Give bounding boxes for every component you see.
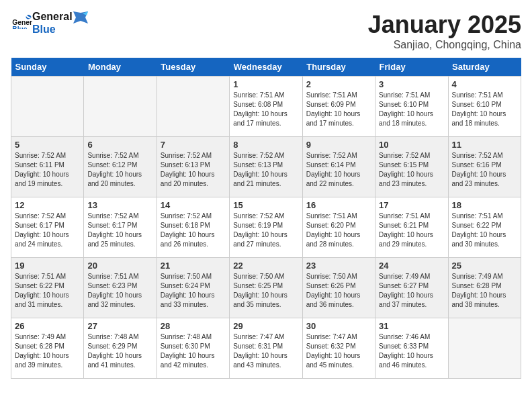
calendar-cell: 19Sunrise: 7:51 AMSunset: 6:22 PMDayligh… bbox=[11, 258, 84, 318]
week-row-2: 5Sunrise: 7:52 AMSunset: 6:11 PMDaylight… bbox=[11, 137, 521, 197]
calendar-cell: 9Sunrise: 7:52 AMSunset: 6:14 PMDaylight… bbox=[302, 137, 375, 197]
calendar-cell: 8Sunrise: 7:52 AMSunset: 6:13 PMDaylight… bbox=[230, 137, 302, 197]
day-number: 5 bbox=[15, 140, 80, 150]
calendar-cell: 10Sunrise: 7:52 AMSunset: 6:15 PMDayligh… bbox=[375, 137, 448, 197]
calendar-subtitle: Sanjiao, Chongqing, China bbox=[368, 39, 521, 51]
day-info: Sunrise: 7:52 AMSunset: 6:17 PMDaylight:… bbox=[15, 212, 80, 249]
weekday-header-wednesday: Wednesday bbox=[230, 58, 302, 77]
day-info: Sunrise: 7:50 AMSunset: 6:24 PMDaylight:… bbox=[161, 272, 226, 310]
calendar-cell: 3Sunrise: 7:51 AMSunset: 6:10 PMDaylight… bbox=[375, 77, 448, 137]
day-info: Sunrise: 7:51 AMSunset: 6:09 PMDaylight:… bbox=[306, 91, 371, 128]
week-row-4: 19Sunrise: 7:51 AMSunset: 6:22 PMDayligh… bbox=[11, 258, 521, 318]
calendar-cell bbox=[448, 318, 521, 379]
day-number: 11 bbox=[452, 140, 517, 150]
day-info: Sunrise: 7:47 AMSunset: 6:31 PMDaylight:… bbox=[233, 332, 298, 370]
calendar-cell bbox=[84, 77, 157, 137]
calendar-cell: 18Sunrise: 7:51 AMSunset: 6:22 PMDayligh… bbox=[448, 197, 521, 258]
day-number: 3 bbox=[379, 79, 444, 89]
day-info: Sunrise: 7:50 AMSunset: 6:26 PMDaylight:… bbox=[306, 272, 371, 310]
calendar-cell: 13Sunrise: 7:52 AMSunset: 6:17 PMDayligh… bbox=[84, 197, 157, 258]
header-row: SundayMondayTuesdayWednesdayThursdayFrid… bbox=[11, 58, 521, 77]
day-info: Sunrise: 7:48 AMSunset: 6:30 PMDaylight:… bbox=[161, 332, 226, 370]
weekday-header-sunday: Sunday bbox=[11, 58, 84, 77]
calendar-cell: 25Sunrise: 7:49 AMSunset: 6:28 PMDayligh… bbox=[448, 258, 521, 318]
weekday-header-saturday: Saturday bbox=[448, 58, 521, 77]
calendar-table: SundayMondayTuesdayWednesdayThursdayFrid… bbox=[11, 58, 521, 379]
day-number: 28 bbox=[161, 321, 226, 331]
calendar-cell: 7Sunrise: 7:52 AMSunset: 6:13 PMDaylight… bbox=[157, 137, 229, 197]
day-info: Sunrise: 7:52 AMSunset: 6:11 PMDaylight:… bbox=[15, 151, 80, 189]
weekday-header-monday: Monday bbox=[84, 58, 157, 77]
day-number: 26 bbox=[15, 321, 80, 331]
day-info: Sunrise: 7:49 AMSunset: 6:28 PMDaylight:… bbox=[15, 332, 80, 370]
calendar-cell: 1Sunrise: 7:51 AMSunset: 6:08 PMDaylight… bbox=[230, 77, 302, 137]
day-info: Sunrise: 7:51 AMSunset: 6:10 PMDaylight:… bbox=[452, 91, 517, 128]
calendar-cell: 17Sunrise: 7:51 AMSunset: 6:21 PMDayligh… bbox=[375, 197, 448, 258]
day-number: 2 bbox=[306, 79, 371, 89]
day-info: Sunrise: 7:52 AMSunset: 6:16 PMDaylight:… bbox=[452, 151, 517, 189]
calendar-cell: 28Sunrise: 7:48 AMSunset: 6:30 PMDayligh… bbox=[157, 318, 229, 379]
week-row-3: 12Sunrise: 7:52 AMSunset: 6:17 PMDayligh… bbox=[11, 197, 521, 258]
day-info: Sunrise: 7:52 AMSunset: 6:13 PMDaylight:… bbox=[161, 151, 226, 189]
calendar-cell: 23Sunrise: 7:50 AMSunset: 6:26 PMDayligh… bbox=[302, 258, 375, 318]
day-info: Sunrise: 7:51 AMSunset: 6:10 PMDaylight:… bbox=[379, 91, 444, 128]
day-number: 4 bbox=[452, 79, 517, 89]
title-block: January 2025 Sanjiao, Chongqing, China bbox=[368, 11, 521, 51]
day-number: 1 bbox=[233, 79, 298, 89]
day-number: 31 bbox=[379, 321, 444, 331]
day-number: 19 bbox=[15, 261, 80, 271]
weekday-header-friday: Friday bbox=[375, 58, 448, 77]
day-number: 27 bbox=[87, 321, 152, 331]
weekday-header-tuesday: Tuesday bbox=[157, 58, 229, 77]
page-header: General Blue General Blue January 2025 S… bbox=[11, 11, 521, 51]
calendar-cell: 29Sunrise: 7:47 AMSunset: 6:31 PMDayligh… bbox=[230, 318, 302, 379]
day-number: 24 bbox=[379, 261, 444, 271]
day-number: 8 bbox=[233, 140, 298, 150]
calendar-title: January 2025 bbox=[368, 11, 521, 39]
day-info: Sunrise: 7:48 AMSunset: 6:29 PMDaylight:… bbox=[87, 332, 152, 370]
day-number: 18 bbox=[452, 200, 517, 210]
day-info: Sunrise: 7:49 AMSunset: 6:27 PMDaylight:… bbox=[379, 272, 444, 310]
day-info: Sunrise: 7:51 AMSunset: 6:08 PMDaylight:… bbox=[233, 91, 298, 128]
day-number: 17 bbox=[379, 200, 444, 210]
day-number: 9 bbox=[306, 140, 371, 150]
day-number: 13 bbox=[87, 200, 152, 210]
day-info: Sunrise: 7:52 AMSunset: 6:17 PMDaylight:… bbox=[87, 212, 152, 249]
bird-icon bbox=[73, 11, 88, 24]
calendar-cell bbox=[11, 77, 84, 137]
day-info: Sunrise: 7:52 AMSunset: 6:12 PMDaylight:… bbox=[87, 151, 152, 189]
day-info: Sunrise: 7:51 AMSunset: 6:23 PMDaylight:… bbox=[87, 272, 152, 310]
calendar-cell: 2Sunrise: 7:51 AMSunset: 6:09 PMDaylight… bbox=[302, 77, 375, 137]
day-number: 25 bbox=[452, 261, 517, 271]
day-info: Sunrise: 7:46 AMSunset: 6:33 PMDaylight:… bbox=[379, 332, 444, 370]
calendar-cell: 24Sunrise: 7:49 AMSunset: 6:27 PMDayligh… bbox=[375, 258, 448, 318]
svg-text:General: General bbox=[12, 19, 32, 26]
day-number: 7 bbox=[161, 140, 226, 150]
calendar-cell: 5Sunrise: 7:52 AMSunset: 6:11 PMDaylight… bbox=[11, 137, 84, 197]
svg-text:Blue: Blue bbox=[12, 26, 28, 30]
calendar-cell: 6Sunrise: 7:52 AMSunset: 6:12 PMDaylight… bbox=[84, 137, 157, 197]
calendar-cell: 22Sunrise: 7:50 AMSunset: 6:25 PMDayligh… bbox=[230, 258, 302, 318]
day-number: 14 bbox=[161, 200, 226, 210]
day-number: 10 bbox=[379, 140, 444, 150]
day-number: 15 bbox=[233, 200, 298, 210]
day-info: Sunrise: 7:51 AMSunset: 6:22 PMDaylight:… bbox=[15, 272, 80, 310]
day-info: Sunrise: 7:49 AMSunset: 6:28 PMDaylight:… bbox=[452, 272, 517, 310]
day-number: 22 bbox=[233, 261, 298, 271]
day-info: Sunrise: 7:52 AMSunset: 6:13 PMDaylight:… bbox=[233, 151, 298, 189]
logo-blue: Blue bbox=[32, 24, 89, 36]
day-info: Sunrise: 7:50 AMSunset: 6:25 PMDaylight:… bbox=[233, 272, 298, 310]
day-number: 16 bbox=[306, 200, 371, 210]
day-info: Sunrise: 7:52 AMSunset: 6:18 PMDaylight:… bbox=[161, 212, 226, 249]
day-number: 23 bbox=[306, 261, 371, 271]
calendar-cell: 21Sunrise: 7:50 AMSunset: 6:24 PMDayligh… bbox=[157, 258, 229, 318]
calendar-cell: 30Sunrise: 7:47 AMSunset: 6:32 PMDayligh… bbox=[302, 318, 375, 379]
logo: General Blue General Blue bbox=[11, 11, 89, 35]
calendar-cell: 11Sunrise: 7:52 AMSunset: 6:16 PMDayligh… bbox=[448, 137, 521, 197]
calendar-cell: 26Sunrise: 7:49 AMSunset: 6:28 PMDayligh… bbox=[11, 318, 84, 379]
day-number: 12 bbox=[15, 200, 80, 210]
weekday-header-thursday: Thursday bbox=[302, 58, 375, 77]
day-info: Sunrise: 7:52 AMSunset: 6:14 PMDaylight:… bbox=[306, 151, 371, 189]
calendar-cell: 14Sunrise: 7:52 AMSunset: 6:18 PMDayligh… bbox=[157, 197, 229, 258]
calendar-cell: 31Sunrise: 7:46 AMSunset: 6:33 PMDayligh… bbox=[375, 318, 448, 379]
